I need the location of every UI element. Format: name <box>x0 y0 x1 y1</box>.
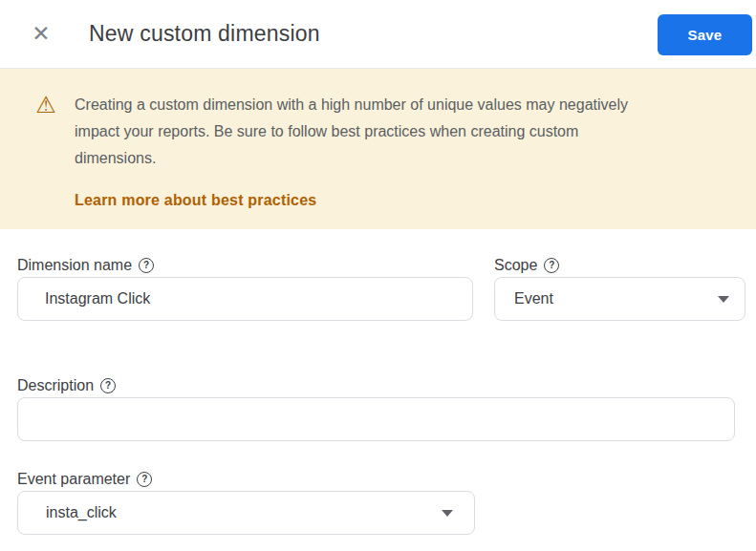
dimension-name-label: Dimension name <box>17 257 132 274</box>
event-parameter-dropdown[interactable]: insta_click <box>17 491 475 535</box>
description-field: Description ? <box>17 376 756 441</box>
event-parameter-label: Event parameter <box>17 471 130 488</box>
help-icon[interactable]: ? <box>100 378 116 393</box>
scope-value: Event <box>514 290 553 307</box>
scope-field: Scope ? Event <box>494 256 745 321</box>
event-parameter-value: insta_click <box>46 504 117 521</box>
save-button[interactable]: Save <box>658 14 752 55</box>
warning-icon: ⚠ <box>34 92 57 118</box>
description-label: Description <box>17 377 94 394</box>
learn-more-link[interactable]: Learn more about best practices <box>75 192 316 209</box>
warning-line: impact your reports. Be sure to follow b… <box>75 118 628 145</box>
chevron-down-icon <box>718 296 729 303</box>
scope-dropdown[interactable]: Event <box>494 277 745 321</box>
event-parameter-field: Event parameter ? insta_click <box>17 470 756 535</box>
dialog-header: ✕ New custom dimension Save <box>0 0 756 69</box>
warning-line: dimensions. <box>75 145 628 172</box>
dimension-name-input[interactable] <box>17 277 473 321</box>
warning-message: Creating a custom dimension with a high … <box>75 92 628 209</box>
chevron-down-icon <box>442 510 453 517</box>
scope-label: Scope <box>494 257 537 274</box>
help-icon[interactable]: ? <box>139 258 154 273</box>
warning-banner: ⚠ Creating a custom dimension with a hig… <box>0 69 756 229</box>
page-title: New custom dimension <box>89 21 320 47</box>
warning-line: Creating a custom dimension with a high … <box>75 92 628 118</box>
help-icon[interactable]: ? <box>544 258 559 273</box>
description-input[interactable] <box>17 397 735 441</box>
close-icon: ✕ <box>32 23 50 45</box>
custom-dimension-form: Dimension name ? Scope ? Event Descripti… <box>0 229 756 535</box>
help-icon[interactable]: ? <box>137 472 152 487</box>
close-button[interactable]: ✕ <box>27 20 55 49</box>
dimension-name-field: Dimension name ? <box>17 256 473 321</box>
